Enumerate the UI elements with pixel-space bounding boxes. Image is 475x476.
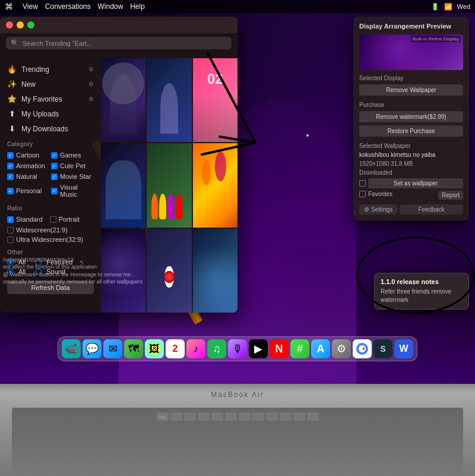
search-bar[interactable]: 🔍 Search Trending "Eart... xyxy=(6,37,232,49)
settings-button[interactable]: ⚙ Settings xyxy=(359,204,397,215)
dock-mail[interactable]: ✉ xyxy=(103,339,122,358)
sidebar-item-new[interactable]: ✨ New ⚙ xyxy=(0,77,101,92)
key-f8[interactable] xyxy=(266,412,278,421)
cartoon-checkbox[interactable] xyxy=(7,152,14,159)
category-grid: Cartoon Games Animation Cute Pet Natural xyxy=(0,149,101,200)
menu-help[interactable]: Help xyxy=(130,2,145,11)
dock-numbers[interactable]: # xyxy=(290,339,309,358)
portrait-checkbox[interactable] xyxy=(50,216,56,223)
category-games[interactable]: Games xyxy=(51,150,94,160)
dock-appletv[interactable]: ▶ xyxy=(249,339,268,358)
new-gear-icon[interactable]: ⚙ xyxy=(88,81,94,87)
moviestar-checkbox[interactable] xyxy=(51,174,58,180)
animation-checkbox[interactable] xyxy=(7,163,14,169)
sidebar-item-downloads[interactable]: ⬇ My Downloads xyxy=(0,121,101,136)
visualmusic-checkbox[interactable] xyxy=(51,188,58,194)
wallpaper-cell-2[interactable] xyxy=(147,58,191,142)
games-checkbox[interactable] xyxy=(51,152,58,159)
sidebar-item-favorites[interactable]: ⭐ My Favorites ⚙ xyxy=(0,92,101,106)
ratio-portrait[interactable]: Portrait xyxy=(50,215,80,224)
set-wallpaper-row: Set as wallpaper xyxy=(359,178,463,188)
menu-view[interactable]: View xyxy=(23,2,38,11)
category-personal[interactable]: Personal xyxy=(7,182,50,199)
report-button[interactable]: Report xyxy=(438,191,463,200)
dock-steam[interactable]: S xyxy=(373,339,392,358)
set-wallpaper-checkbox[interactable] xyxy=(359,180,366,187)
sidebar-trending-label: Trending xyxy=(21,65,49,74)
category-moviestar[interactable]: Movie Star xyxy=(51,172,94,181)
dock-word[interactable]: W xyxy=(394,339,413,358)
dock-news[interactable]: N xyxy=(270,339,289,358)
key-f10[interactable] xyxy=(293,412,305,421)
minimize-button[interactable] xyxy=(17,21,24,29)
sidebar-item-uploads[interactable]: ⬆ My Uploads xyxy=(0,106,101,121)
trending-gear-icon[interactable]: ⚙ xyxy=(88,66,94,72)
dock-podcast[interactable]: 🎙 xyxy=(228,339,247,358)
widescreen-label: Widescreen(21:9) xyxy=(16,226,68,234)
wallpaper-cell-6[interactable] xyxy=(193,143,238,227)
dock-maps[interactable]: 🗺 xyxy=(124,339,143,358)
set-wallpaper-button[interactable]: Set as wallpaper xyxy=(368,178,463,188)
panel-title: Display Arrangement Preview xyxy=(359,23,463,30)
category-cartoon[interactable]: Cartoon xyxy=(7,150,50,160)
key-f5[interactable] xyxy=(225,412,237,421)
wallpaper-cell-3[interactable]: 02 xyxy=(193,58,238,142)
remove-watermark-button[interactable]: Remove watermark($2.99) xyxy=(359,111,463,122)
key-f9[interactable] xyxy=(280,412,292,421)
widescreen-checkbox[interactable] xyxy=(7,227,14,234)
key-f2[interactable] xyxy=(184,412,196,421)
close-button[interactable] xyxy=(6,21,13,29)
wallpaper-cell-1[interactable] xyxy=(101,58,145,142)
key-f4[interactable] xyxy=(211,412,223,421)
new-icon: ✨ xyxy=(7,80,17,89)
category-natural[interactable]: Natural xyxy=(7,172,50,181)
sidebar-new-label: New xyxy=(21,80,36,89)
key-f3[interactable] xyxy=(198,412,210,421)
menu-window[interactable]: Window xyxy=(98,2,124,11)
sidebar-item-trending[interactable]: 🔥 Trending ⚙ xyxy=(0,62,101,77)
menu-conversations[interactable]: Conversations xyxy=(45,2,91,11)
key-f7[interactable] xyxy=(252,412,264,421)
wallpaper-cell-5[interactable] xyxy=(147,143,191,227)
dock-facetime[interactable]: 📹 xyxy=(62,339,81,358)
dock-appstore[interactable]: A xyxy=(311,339,330,358)
search-input[interactable]: Search Trending "Eart... xyxy=(23,40,92,47)
feedback-button[interactable]: Feedback xyxy=(400,204,463,215)
wallpaper-cell-8[interactable] xyxy=(147,229,191,313)
remove-wallpaper-button[interactable]: Remove Wallpaper xyxy=(359,84,463,96)
wallpaper-cell-9[interactable] xyxy=(193,229,238,313)
dock-sysprefs[interactable]: ⚙ xyxy=(332,339,351,358)
favorites-gear-icon[interactable]: ⚙ xyxy=(88,96,94,102)
ultra-checkbox[interactable] xyxy=(7,237,14,243)
fullscreen-button[interactable] xyxy=(27,21,34,29)
wallpaper-cell-4[interactable] xyxy=(101,143,145,227)
ratio-standard[interactable]: Standard xyxy=(7,215,43,224)
category-animation[interactable]: Animation xyxy=(7,161,50,171)
restore-purchase-button[interactable]: Restore Purchase xyxy=(359,125,463,137)
dock-calendar[interactable]: 2 xyxy=(166,339,185,358)
dock-chrome[interactable] xyxy=(353,339,372,358)
key-f11[interactable] xyxy=(307,412,319,421)
category-visualmusic[interactable]: Visual Music xyxy=(51,182,94,199)
ratio-ultra[interactable]: Ultra Widescreen(32:9) xyxy=(0,235,101,244)
standard-checkbox[interactable] xyxy=(7,216,14,223)
apple-logo-icon[interactable]: ⌘ xyxy=(5,2,13,11)
category-cutepet[interactable]: Cute Pet xyxy=(51,161,94,171)
purchase-label: Purchase xyxy=(359,102,463,108)
dock-music[interactable]: ♪ xyxy=(186,339,205,358)
personal-checkbox[interactable] xyxy=(7,188,14,194)
key-f1[interactable] xyxy=(170,412,182,421)
ratio-widescreen[interactable]: Widescreen(21:9) xyxy=(0,225,101,235)
cutepet-checkbox[interactable] xyxy=(51,163,58,169)
personal-label: Personal xyxy=(16,187,42,194)
dock-photos[interactable]: 🖼 xyxy=(145,339,164,358)
favorites-checkbox[interactable] xyxy=(359,191,366,197)
battery-icon: 🔋 xyxy=(431,3,439,11)
sidebar-downloads-label: My Downloads xyxy=(21,125,68,133)
dock-spotify[interactable]: ♫ xyxy=(207,339,226,358)
natural-checkbox[interactable] xyxy=(7,174,14,180)
dock-messages[interactable]: 💬 xyxy=(83,339,102,358)
key-f6[interactable] xyxy=(239,412,251,421)
info-line-3: @ Watermark* button in the Homepage to r… xyxy=(3,271,142,279)
key-esc[interactable]: esc xyxy=(157,412,169,421)
